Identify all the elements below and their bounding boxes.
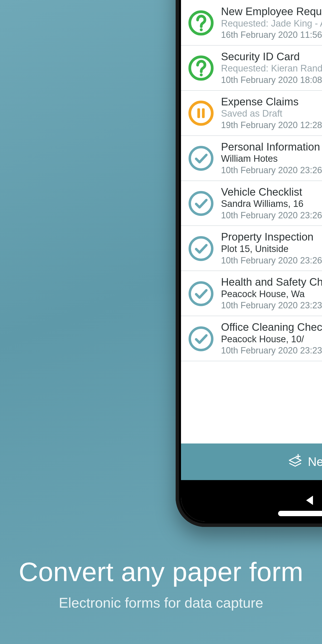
nav-gesture-pill[interactable] [278,511,322,516]
list-item[interactable]: Office Cleaning ChecklistPeacock House, … [181,316,322,361]
list-item-title: Expense Claims [221,96,322,108]
list-item-date: 19th February 2020 12:28 [221,120,322,131]
phone-inner: New Employee RequestRequested: Jade King… [181,0,322,522]
list-item[interactable]: New Employee RequestRequested: Jade King… [181,0,322,46]
list-item-subtitle: Peacock House, 10/ [221,334,322,345]
list-item-title: New Employee Request [221,5,322,18]
headline-subtitle: Electronic forms for data capture [0,594,322,611]
new-form-label: New [308,455,322,469]
list-item-texts: Expense ClaimsSaved as Draft19th Februar… [221,96,322,131]
check-icon [188,326,214,352]
marketing-headline: Convert any paper form Electronic forms … [0,556,322,611]
list-item[interactable]: Security ID CardRequested: Kieran Randal… [181,46,322,91]
list-item-texts: Vehicle ChecklistSandra Williams, 1610th… [221,186,322,221]
check-icon [188,145,214,172]
list-item[interactable]: Personal InformationWilliam Hotes10th Fe… [181,136,322,181]
pause-icon [188,100,214,126]
list-item-subtitle: Saved as Draft [221,108,322,120]
list-item-title: Personal Information [221,141,322,153]
app-screen: New Employee RequestRequested: Jade King… [181,0,322,522]
list-item[interactable]: Expense ClaimsSaved as Draft19th Februar… [181,91,322,136]
list-item-date: 16th February 2020 11:56 [221,29,322,41]
list-item-date: 10th February 2020 23:26 [221,255,322,266]
check-icon [188,280,214,307]
new-form-button[interactable]: New [181,444,322,480]
nav-back-button[interactable] [304,495,316,507]
list-item-texts: Security ID CardRequested: Kieran Randal… [221,50,322,86]
list-item-texts: Health and Safety ChecklistPeacock House… [221,276,322,311]
list-item-texts: New Employee RequestRequested: Jade King… [221,5,322,41]
list-item-title: Office Cleaning Checklist [221,321,322,334]
list-item-date: 10th February 2020 23:26 [221,165,322,176]
list-item-date: 10th February 2020 23:23 [221,300,322,311]
android-nav-bar [181,480,322,522]
check-icon [188,190,214,216]
list-item-texts: Property InspectionPlot 15, Unitside10th… [221,231,322,266]
list-item[interactable]: Health and Safety ChecklistPeacock House… [181,271,322,316]
form-list[interactable]: New Employee RequestRequested: Jade King… [181,0,322,444]
question-icon [188,10,214,36]
list-item-title: Health and Safety Checklist [221,276,322,288]
list-item-date: 10th February 2020 23:23 [221,345,322,356]
list-item-subtitle: Sandra Williams, 16 [221,198,322,210]
list-item-date: 10th February 2020 18:08 [221,74,322,86]
list-item[interactable]: Vehicle ChecklistSandra Williams, 1610th… [181,181,322,226]
list-item-texts: Office Cleaning ChecklistPeacock House, … [221,321,322,356]
headline-title: Convert any paper form [0,556,322,587]
phone-frame: New Employee RequestRequested: Jade King… [176,0,322,527]
question-icon [188,55,214,81]
list-item-date: 10th February 2020 23:26 [221,210,322,221]
list-item-subtitle: Requested: Jade King - A [221,18,322,30]
list-item-subtitle: Peacock House, Wa [221,288,322,300]
list-item-subtitle: Requested: Kieran Randall [221,63,322,74]
list-item-title: Vehicle Checklist [221,186,322,198]
new-form-icon [287,452,303,471]
list-item-subtitle: William Hotes [221,153,322,165]
list-item-title: Security ID Card [221,50,322,63]
list-item-texts: Personal InformationWilliam Hotes10th Fe… [221,141,322,176]
list-item-title: Property Inspection [221,231,322,243]
list-item-subtitle: Plot 15, Unitside [221,243,322,255]
list-item[interactable]: Property InspectionPlot 15, Unitside10th… [181,226,322,271]
check-icon [188,236,214,262]
